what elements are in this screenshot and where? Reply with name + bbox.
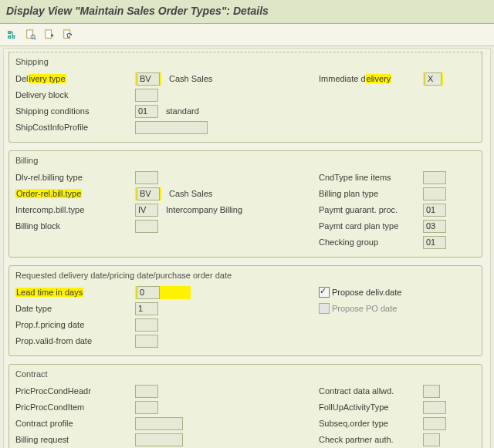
subseq-order-type-label: Subseq.order type (319, 419, 423, 428)
paymt-card-plan-field[interactable]: 03 (423, 220, 446, 233)
shipping-legend: Shipping (14, 56, 477, 71)
checking-group-field[interactable]: 01 (423, 236, 446, 249)
billing-block-field[interactable] (135, 220, 158, 233)
subseq-order-type-field[interactable] (423, 417, 446, 430)
intercomp-bill-text: Intercompany Billing (166, 205, 242, 214)
intercomp-bill-field[interactable]: IV (135, 204, 158, 217)
order-rel-bill-text: Cash Sales (169, 189, 212, 198)
pricprocconditem-label: PricProcCondItem (14, 403, 135, 412)
delivery-type-label: Delivery type (14, 74, 135, 83)
pricprocconditem-field[interactable] (135, 401, 158, 414)
date-type-field[interactable]: 1 (135, 302, 158, 315)
billing-block-label: Billing block (14, 221, 135, 231)
contract-legend: Contract (14, 368, 477, 383)
propose-po-label: Propose PO date (332, 304, 397, 313)
svg-rect-2 (46, 30, 52, 39)
cndtype-line-field[interactable] (423, 171, 446, 184)
dlv-rel-bill-field[interactable] (135, 171, 158, 184)
prop-pricing-label: Prop.f.pricing date (14, 320, 135, 329)
prop-pricing-field[interactable] (135, 318, 158, 332)
delivery-block-label: Delivery block (14, 90, 135, 99)
check-partner-auth-field[interactable] (423, 433, 440, 446)
display-icon[interactable] (23, 27, 39, 42)
svg-rect-0 (27, 30, 33, 39)
dlv-rel-bill-label: Dlv-rel.billing type (14, 173, 135, 182)
contract-data-allwd-field[interactable] (423, 385, 440, 398)
contract-data-allwd-label: Contract data allwd. (319, 386, 423, 396)
checking-group-label: Checking group (319, 237, 423, 247)
billing-plan-type-label: Billing plan type (319, 189, 423, 198)
contract-profile-label: Contract profile (14, 419, 135, 428)
paymt-card-plan-label: Paymt card plan type (319, 221, 423, 231)
immediate-delivery-field[interactable]: X (425, 72, 442, 86)
contract-profile-field[interactable] (135, 417, 183, 430)
cndtype-line-label: CndType line items (319, 173, 423, 182)
billing-plan-type-field[interactable] (423, 187, 446, 200)
propose-deliv-label: Propose deliv.date (332, 288, 401, 297)
paymt-guarant-field[interactable]: 01 (423, 204, 446, 217)
follup-activity-label: FollUpActivityType (319, 403, 423, 412)
immediate-delivery-label: Immediate delivery (319, 74, 423, 83)
expand-hierarchy-icon[interactable] (5, 27, 20, 42)
check-partner-auth-label: Check partner auth. (319, 435, 423, 444)
shipping-group: Shipping Delivery type BV Cash Sales Imm… (8, 52, 482, 143)
pricproccondheadr-label: PricProcCondHeadr (14, 386, 135, 396)
contract-group: Contract PricProcCondHeadr Contract data… (8, 364, 482, 448)
billing-request-field[interactable] (135, 433, 183, 446)
copy-as-icon[interactable] (42, 27, 57, 42)
follup-activity-field[interactable] (423, 401, 446, 414)
propose-po-checkbox (319, 303, 330, 314)
shipping-conditions-text: standard (166, 106, 199, 116)
shipping-conditions-field[interactable]: 01 (135, 105, 158, 118)
delivery-type-text: Cash Sales (169, 74, 212, 83)
shipcostinfoprofile-field[interactable] (135, 121, 208, 134)
prop-valid-from-label: Prop.valid-from date (14, 336, 135, 345)
date-type-label: Date type (14, 304, 135, 313)
svg-rect-3 (64, 30, 70, 39)
delivery-block-field[interactable] (135, 89, 158, 102)
prop-valid-from-field[interactable] (135, 335, 158, 348)
billing-legend: Billing (14, 154, 477, 170)
form-scroll-area[interactable]: Shipping Delivery type BV Cash Sales Imm… (3, 48, 491, 448)
intercomp-bill-label: Intercomp.bill.type (14, 205, 135, 214)
lead-time-field[interactable]: 0 (137, 286, 160, 299)
order-rel-bill-field[interactable]: BV (137, 187, 160, 200)
propose-deliv-checkbox[interactable] (319, 287, 330, 298)
shipcostinfoprofile-label: ShipCostInfoProfile (14, 123, 135, 132)
reset-icon[interactable] (60, 27, 76, 42)
billing-request-label: Billing request (14, 435, 135, 444)
toolbar (0, 24, 494, 46)
billing-group: Billing Dlv-rel.billing type CndType lin… (8, 150, 482, 258)
order-rel-bill-label: Order-rel.bill.type (14, 189, 135, 198)
reqdate-legend: Requested delivery date/pricing date/pur… (14, 269, 477, 285)
reqdate-group: Requested delivery date/pricing date/pur… (8, 265, 482, 356)
paymt-guarant-label: Paymt guarant. proc. (319, 205, 423, 214)
delivery-type-field[interactable]: BV (137, 72, 160, 86)
lead-time-label: Lead time in days (14, 288, 135, 297)
page-title: Display View "Maintain Sales Order Types… (0, 0, 494, 24)
shipping-conditions-label: Shipping conditions (14, 106, 135, 116)
pricproccondheadr-field[interactable] (135, 385, 158, 398)
